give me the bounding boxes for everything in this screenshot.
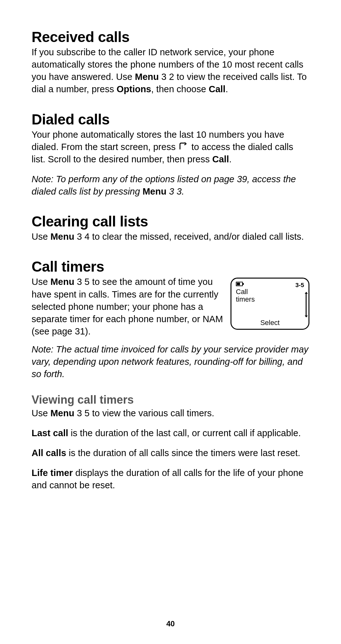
text: Use [32, 277, 51, 287]
para-clearing: Use Menu 3 4 to clear the missed, receiv… [32, 231, 309, 243]
para-life-timer: Life timer displays the duration of all … [32, 467, 309, 491]
menu-label: Menu [51, 277, 75, 287]
heading-viewing-call-timers: Viewing call timers [32, 393, 309, 406]
note-call-timers: Note: The actual time invoiced for calls… [32, 343, 309, 380]
page-number: 40 [0, 619, 341, 628]
text: 3 4 to clear the missed, received, and/o… [74, 232, 304, 242]
section-viewing-call-timers: Viewing call timers Use Menu 3 5 to view… [32, 393, 309, 492]
send-key-icon [178, 142, 189, 151]
row-call-timers: Use Menu 3 5 to see the amount of time y… [32, 276, 309, 338]
section-call-timers: Call timers Use Menu 3 5 to see the amou… [32, 258, 309, 380]
text: 3 3. [166, 186, 184, 196]
text: is the duration of all calls since the t… [66, 448, 300, 458]
phone-screen-illustration: 3-5 Call timers Select [230, 278, 309, 330]
para-last-call: Last call is the duration of the last ca… [32, 427, 309, 439]
menu-label: Menu [135, 72, 159, 82]
section-dialed-calls: Dialed calls Your phone automatically st… [32, 111, 309, 198]
menu-label: Menu [51, 232, 75, 242]
phone-screen-title: Call timers [236, 288, 304, 303]
para-viewing-intro: Use Menu 3 5 to view the various call ti… [32, 407, 309, 419]
manual-page: Received calls If you subscribe to the c… [0, 0, 341, 644]
select-label: Select [231, 319, 308, 327]
note-dialed: Note: To perform any of the options list… [32, 173, 309, 198]
text: is the duration of the last call, or cur… [68, 428, 301, 438]
options-label: Options [117, 84, 151, 94]
text: Use [32, 232, 51, 242]
last-call-label: Last call [32, 428, 68, 438]
para-dialed: Your phone automatically stores the last… [32, 129, 309, 166]
text: . [225, 84, 228, 94]
call-label: Call [212, 154, 229, 164]
life-timer-label: Life timer [32, 468, 73, 478]
menu-label: Menu [51, 408, 75, 418]
text: . [229, 154, 231, 164]
battery-icon [236, 282, 243, 286]
text: Use [32, 408, 51, 418]
section-received-calls: Received calls If you subscribe to the c… [32, 28, 309, 96]
text: 3 5 to view the various call timers. [74, 408, 214, 418]
para-all-calls: All calls is the duration of all calls s… [32, 447, 309, 459]
call-label: Call [209, 84, 225, 94]
para-received: If you subscribe to the caller ID networ… [32, 46, 309, 96]
text: , then choose [151, 84, 209, 94]
menu-number: 3-5 [296, 282, 304, 289]
heading-clearing-call-lists: Clearing call lists [32, 213, 309, 230]
scroll-indicator-icon [306, 294, 307, 316]
section-clearing-call-lists: Clearing call lists Use Menu 3 4 to clea… [32, 213, 309, 243]
heading-received-calls: Received calls [32, 28, 309, 45]
heading-dialed-calls: Dialed calls [32, 111, 309, 128]
heading-call-timers: Call timers [32, 258, 309, 275]
para-call-timers: Use Menu 3 5 to see the amount of time y… [32, 276, 225, 338]
all-calls-label: All calls [32, 448, 66, 458]
menu-label: Menu [142, 186, 166, 196]
